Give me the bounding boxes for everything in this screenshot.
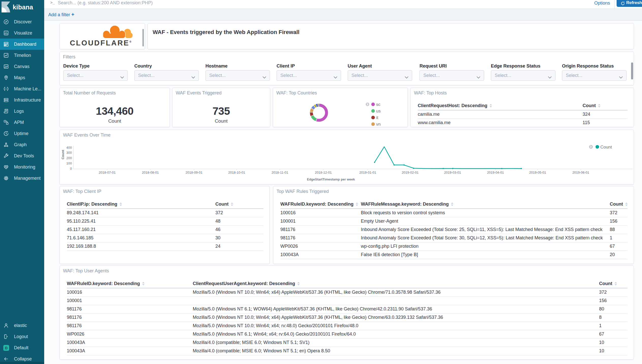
svg-text:0: 0 bbox=[70, 167, 72, 171]
svg-text:sc: sc bbox=[376, 102, 381, 107]
svg-text:2018-07-01: 2018-07-01 bbox=[99, 171, 116, 174]
svg-text:us: us bbox=[376, 109, 381, 113]
svg-text:D: D bbox=[5, 346, 7, 350]
svg-text:2018-10-01: 2018-10-01 bbox=[228, 171, 245, 174]
svg-text:vn: vn bbox=[376, 122, 381, 127]
svg-text:2018-12-01: 2018-12-01 bbox=[315, 171, 332, 174]
svg-text:2018-11-01: 2018-11-01 bbox=[271, 171, 288, 174]
svg-text:400: 400 bbox=[66, 146, 72, 150]
svg-text:EdgeStartTimestamp per week: EdgeStartTimestamp per week bbox=[307, 177, 355, 181]
svg-text:2018-09-01: 2018-09-01 bbox=[186, 171, 203, 174]
svg-text:2019-04-01: 2019-04-01 bbox=[487, 171, 504, 174]
svg-text:Count: Count bbox=[600, 145, 612, 150]
svg-text:2019-02-01: 2019-02-01 bbox=[402, 171, 419, 174]
svg-text:2019-06-01: 2019-06-01 bbox=[572, 171, 589, 174]
svg-text:Count: Count bbox=[61, 150, 65, 159]
svg-text:2018-08-01: 2018-08-01 bbox=[142, 171, 159, 174]
svg-text:it: it bbox=[376, 115, 378, 120]
svg-text:300: 300 bbox=[66, 151, 72, 155]
svg-text:2019-03-01: 2019-03-01 bbox=[444, 171, 461, 174]
svg-text:100: 100 bbox=[66, 161, 72, 165]
svg-text:2019-05-01: 2019-05-01 bbox=[529, 171, 546, 174]
svg-text:200: 200 bbox=[66, 156, 72, 160]
svg-text:2019-01-01: 2019-01-01 bbox=[359, 171, 376, 174]
